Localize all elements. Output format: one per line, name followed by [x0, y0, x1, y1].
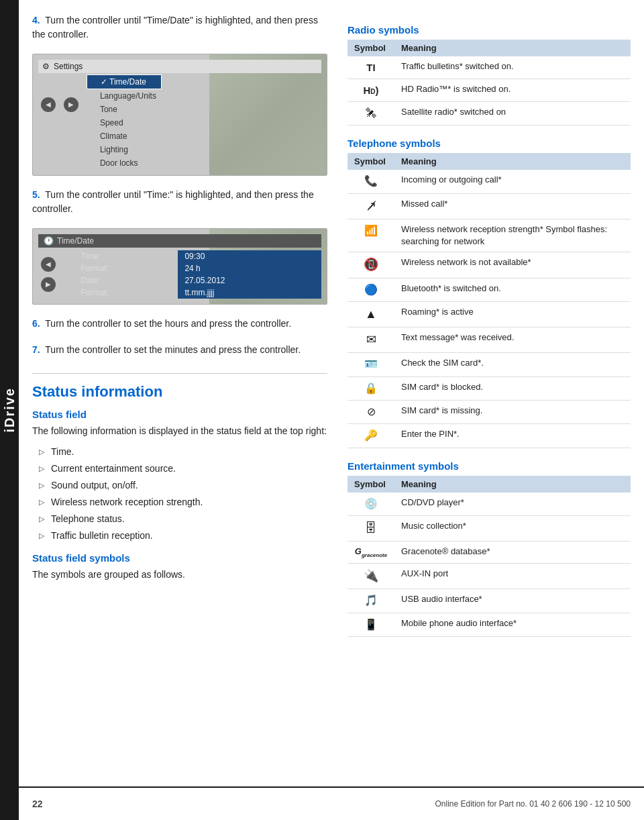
table-row: 🔑 Enter the PIN*.	[347, 424, 631, 448]
table-row: HD) HD Radio™* is switched on.	[347, 79, 631, 102]
footer-text: Online Edition for Part no. 01 40 2 606 …	[435, 799, 631, 809]
status-item-5: Traffic bulletin reception.	[39, 527, 327, 544]
date-value: 27.05.2012	[178, 274, 321, 287]
tel-col-meaning: Meaning	[394, 153, 631, 170]
date-label: Date:	[75, 274, 178, 287]
nav-right-icon[interactable]: ▶	[64, 97, 78, 112]
ent-col-meaning: Meaning	[394, 476, 631, 493]
nav-left-icon[interactable]: ◀	[41, 97, 56, 112]
table-row: ▲ Roaming* is active	[347, 301, 631, 327]
table-row: 🗄 Music collection*	[347, 516, 631, 542]
step-4: 4. Turn the controller until "Time/Date"…	[32, 13, 327, 42]
table-row: 🔌 AUX-IN port	[347, 564, 631, 589]
screenshot-timedate: 🕐 Time/Date ◀ ▶ Time: 09:30 Forma	[32, 228, 327, 305]
telephone-table: Symbol Meaning 📞 Incoming or outgoing ca…	[347, 153, 631, 448]
format1-value: 24 h	[178, 262, 321, 274]
status-item-2: Sound output, on/off.	[39, 477, 327, 494]
main-content: 4. Turn the controller until "Time/Date"…	[19, 0, 644, 689]
tel-sym-6: ✉	[347, 327, 394, 353]
time-label: Time:	[75, 250, 178, 262]
settings-menu: ✓ Time/Date Language/Units Tone Speed Cl…	[87, 74, 162, 170]
step-5: 5. Turn the controller until "Time:" is …	[32, 188, 327, 216]
status-item-4: Telephone status.	[39, 511, 327, 527]
format2-value: tt.mm.jjjj	[178, 287, 321, 299]
table-row: 🔒 SIM card* is blocked.	[347, 376, 631, 400]
status-symbols-text: The symbols are grouped as follows.	[32, 568, 327, 582]
ent-sym-2: Ggracenote	[347, 542, 394, 564]
menu-item-tone[interactable]: Tone	[87, 103, 162, 116]
right-column: Radio symbols Symbol Meaning TI Traffic …	[347, 13, 631, 649]
status-item-1: Current entertainment source.	[39, 460, 327, 477]
step-5-number: 5.	[32, 189, 40, 200]
menu-item-lighting[interactable]: Lighting	[87, 143, 162, 156]
step-4-text: Turn the controller until "Time/Date" is…	[32, 15, 318, 40]
menu-item-doorlocks[interactable]: Door locks	[87, 156, 162, 170]
ent-mean-2: Gracenote® database*	[394, 542, 631, 564]
table-row: 📵 Wireless network is not available*	[347, 252, 631, 278]
ent-sym-1: 🗄	[347, 516, 394, 542]
nav-left2-icon[interactable]: ◀	[41, 257, 56, 272]
telephone-heading: Telephone symbols	[347, 138, 631, 149]
format1-label: Format:	[75, 262, 178, 274]
menu-item-language[interactable]: Language/Units	[87, 89, 162, 103]
table-row: ↗̸ Missed call*	[347, 193, 631, 219]
format2-label: Format:	[75, 287, 178, 299]
timedate-table: Time: 09:30 Format: 24 h Date: 27.05.201…	[75, 250, 321, 299]
radio-sym-1: HD)	[347, 79, 394, 102]
ent-sym-4: 🎵	[347, 589, 394, 613]
tel-mean-8: SIM card* is blocked.	[394, 376, 631, 400]
table-row: 🔵 Bluetooth* is switched on.	[347, 278, 631, 301]
left-column: 4. Turn the controller until "Time/Date"…	[32, 13, 327, 649]
ent-mean-3: AUX-IN port	[394, 564, 631, 589]
radio-mean-2: Satellite radio* switched on	[394, 102, 631, 125]
radio-mean-0: Traffic bulletins* switched on.	[394, 56, 631, 79]
side-tab-label: iDrive	[2, 387, 17, 433]
tel-mean-6: Text message* was received.	[394, 327, 631, 353]
step-4-number: 4.	[32, 15, 40, 25]
table-row: 🛰 Satellite radio* switched on	[347, 102, 631, 125]
ent-mean-0: CD/DVD player*	[394, 493, 631, 516]
tel-mean-3: Wireless network is not available*	[394, 252, 631, 278]
ent-col-symbol: Symbol	[347, 476, 394, 493]
radio-col-symbol: Symbol	[347, 40, 394, 56]
settings-title: Settings	[54, 62, 83, 71]
status-section-heading: Status information	[32, 373, 327, 401]
table-row: 📞 Incoming or outgoing call*	[347, 170, 631, 193]
status-item-0: Time.	[39, 444, 327, 460]
ent-mean-4: USB audio interface*	[394, 589, 631, 613]
radio-col-meaning: Meaning	[394, 40, 631, 56]
time-value: 09:30	[178, 250, 321, 262]
menu-item-timedate[interactable]: ✓ Time/Date	[87, 74, 162, 89]
step-7-text: Turn the controller to set the minutes a…	[45, 344, 301, 355]
radio-heading: Radio symbols	[347, 24, 631, 36]
entertainment-table: Symbol Meaning 💿 CD/DVD player* 🗄 Music …	[347, 476, 631, 637]
tel-sym-4: 🔵	[347, 278, 394, 301]
entertainment-heading: Entertainment symbols	[347, 460, 631, 472]
tel-sym-7: 🪪	[347, 353, 394, 376]
radio-sym-2: 🛰	[347, 102, 394, 125]
nav-right2-icon[interactable]: ▶	[41, 277, 56, 292]
settings-title-bar: ⚙ Settings	[38, 60, 321, 73]
table-row: ✉ Text message* was received.	[347, 327, 631, 353]
tel-mean-2: Wireless network reception strength* Sym…	[394, 219, 631, 252]
tel-sym-5: ▲	[347, 301, 394, 327]
tel-sym-10: 🔑	[347, 424, 394, 448]
radio-mean-1: HD Radio™* is switched on.	[394, 79, 631, 102]
clock-icon: 🕐	[44, 236, 54, 246]
table-row: 📱 Mobile phone audio interface*	[347, 613, 631, 636]
timedate-title-bar: 🕐 Time/Date	[38, 234, 321, 248]
tel-sym-9: ⊘	[347, 401, 394, 424]
gear-icon: ⚙	[42, 62, 50, 71]
tel-sym-1: ↗̸	[347, 193, 394, 219]
tel-mean-4: Bluetooth* is switched on.	[394, 278, 631, 301]
step-6-text: Turn the controller to set the hours and…	[45, 318, 291, 329]
step-6: 6. Turn the controller to set the hours …	[32, 317, 327, 331]
tel-sym-2: 📶	[347, 219, 394, 252]
table-row: 🎵 USB audio interface*	[347, 589, 631, 613]
radio-sym-0: TI	[347, 56, 394, 79]
menu-item-speed[interactable]: Speed	[87, 116, 162, 130]
menu-item-climate[interactable]: Climate	[87, 130, 162, 143]
status-items-list: Time. Current entertainment source. Soun…	[32, 444, 327, 544]
ent-sym-5: 📱	[347, 613, 394, 636]
page-number: 22	[32, 799, 43, 809]
